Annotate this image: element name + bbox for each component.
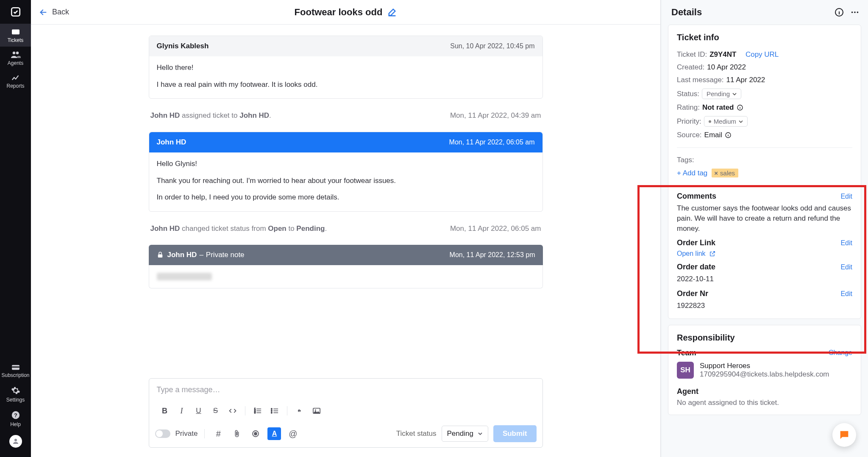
private-toggle[interactable] (155, 429, 170, 438)
edit-comments-link[interactable]: Edit (840, 193, 852, 200)
caret-down-icon (739, 119, 743, 124)
link-icon[interactable] (292, 404, 308, 418)
message-card: Glynis Kablesh Sun, 10 Apr 2022, 10:45 p… (149, 36, 543, 99)
tag-chip[interactable]: ×sales (712, 169, 738, 177)
nav-label: Help (10, 421, 21, 427)
order-nr-label: Order Nr (677, 289, 708, 298)
back-label: Back (52, 8, 69, 17)
message-text: Hello Glynis! (157, 158, 535, 169)
nav-label: Settings (6, 397, 25, 403)
svg-point-23 (857, 11, 859, 13)
private-note-label: Private note (206, 251, 245, 259)
edit-order-nr[interactable]: Edit (840, 290, 852, 298)
nav-label: Tickets (8, 37, 24, 43)
copy-url-link[interactable]: Copy URL (746, 50, 779, 59)
chevron-down-icon (478, 431, 483, 436)
message-text: I have a real pain with my footwear. It … (157, 79, 535, 90)
caret-down-icon (732, 92, 737, 96)
ticket-id: Z9Y4NT (709, 50, 736, 59)
order-date-label: Order date (677, 263, 715, 271)
nav-agents[interactable]: Agents (0, 47, 31, 69)
nav-label: Subscription (1, 372, 29, 378)
open-order-link[interactable]: Open link (677, 250, 852, 258)
submit-button[interactable]: Submit (493, 425, 537, 442)
info-small-icon[interactable] (725, 132, 732, 138)
external-link-icon (709, 250, 716, 257)
hash-icon[interactable]: # (211, 427, 225, 440)
strikethrough-icon[interactable]: S (208, 404, 224, 418)
ticket-info-card: Ticket info Ticket ID: Z9Y4NT Copy URL C… (668, 25, 861, 319)
details-title: Details (671, 7, 702, 18)
mention-icon[interactable]: @ (286, 427, 300, 440)
svg-point-13 (271, 408, 272, 410)
nav-settings[interactable]: Settings (0, 382, 31, 406)
more-icon[interactable] (850, 8, 860, 17)
attachment-icon[interactable] (230, 427, 244, 440)
private-label: Private (175, 429, 198, 438)
left-nav: Tickets Agents Reports Subscription Sett… (0, 0, 31, 457)
svg-rect-1 (12, 30, 19, 35)
edit-title-icon[interactable] (387, 8, 397, 17)
nav-label: Agents (8, 60, 23, 66)
ticket-status-label: Ticket status (396, 429, 437, 438)
remove-tag-icon[interactable]: × (714, 169, 718, 177)
ticket-status-dropdown[interactable]: Pending (442, 426, 488, 442)
chat-fab[interactable] (832, 423, 856, 447)
image-icon[interactable] (309, 404, 325, 418)
italic-icon[interactable]: I (174, 404, 190, 418)
message-composer: Type a message… B I U S 123 Private (149, 378, 543, 448)
order-link-label: Order Link (677, 238, 715, 247)
bullet-list-icon[interactable] (267, 404, 283, 418)
team-avatar: SH (677, 362, 694, 379)
log-target: John HD (239, 111, 269, 119)
nav-profile[interactable] (0, 431, 31, 451)
code-icon[interactable] (225, 404, 241, 418)
svg-point-15 (271, 412, 272, 413)
message-timestamp: Sun, 10 Apr 2022, 10:45 pm (450, 42, 534, 50)
svg-text:3: 3 (254, 411, 255, 414)
edit-order-date[interactable]: Edit (840, 263, 852, 271)
log-timestamp: Mon, 11 Apr 2022, 04:39 am (450, 111, 541, 120)
svg-rect-5 (12, 366, 19, 368)
status-pill[interactable]: Pending (702, 89, 741, 99)
svg-point-8 (14, 439, 17, 441)
info-icon[interactable] (834, 7, 844, 17)
log-text: assigned ticket to (180, 111, 239, 119)
private-note-card: John HD – Private note Mon, 11 Apr 2022,… (149, 245, 543, 288)
change-team-link[interactable]: Change (829, 349, 852, 357)
team-email: 1709295904@tickets.labs.helpdesk.com (700, 370, 829, 379)
text-color-icon[interactable]: A (267, 427, 281, 440)
order-date-value: 2022-10-11 (677, 274, 852, 284)
order-nr-value: 1922823 (677, 301, 852, 311)
tags-label: Tags: (677, 156, 694, 164)
nav-help[interactable]: ? Help (0, 406, 31, 431)
bold-icon[interactable]: B (157, 404, 173, 418)
numbered-list-icon[interactable]: 123 (250, 404, 266, 418)
ticket-title: Footwear looks odd (295, 7, 383, 18)
activity-log: John HD assigned ticket to John HD. Mon,… (149, 109, 543, 132)
blurred-content (157, 273, 212, 280)
back-button[interactable]: Back (39, 8, 69, 17)
add-tag-link[interactable]: + Add tag (677, 169, 707, 177)
record-icon[interactable] (249, 427, 262, 440)
rating-value: Not rated (702, 103, 734, 112)
ticket-info-title: Ticket info (677, 33, 852, 42)
nav-subscription[interactable]: Subscription (0, 360, 31, 382)
last-message-date: 11 Apr 2022 (726, 76, 765, 84)
message-text: Thank you for reaching out. I'm worried … (157, 175, 535, 186)
comments-label: Comments (677, 192, 716, 201)
nav-reports[interactable]: Reports (0, 69, 31, 92)
svg-point-22 (854, 11, 856, 13)
underline-icon[interactable]: U (191, 404, 207, 418)
message-input[interactable]: Type a message… (149, 379, 542, 402)
info-small-icon[interactable] (737, 104, 743, 111)
log-text: changed ticket status from (180, 224, 268, 233)
svg-point-21 (851, 11, 853, 13)
app-logo[interactable] (0, 0, 31, 24)
edit-order-link[interactable]: Edit (840, 239, 852, 247)
message-text: Hello there! (157, 62, 535, 73)
nav-tickets[interactable]: Tickets (0, 24, 31, 47)
priority-pill[interactable]: Medium (704, 116, 748, 127)
log-actor: John HD (150, 224, 180, 233)
message-card: John HD Mon, 11 Apr 2022, 06:05 am Hello… (149, 132, 543, 212)
